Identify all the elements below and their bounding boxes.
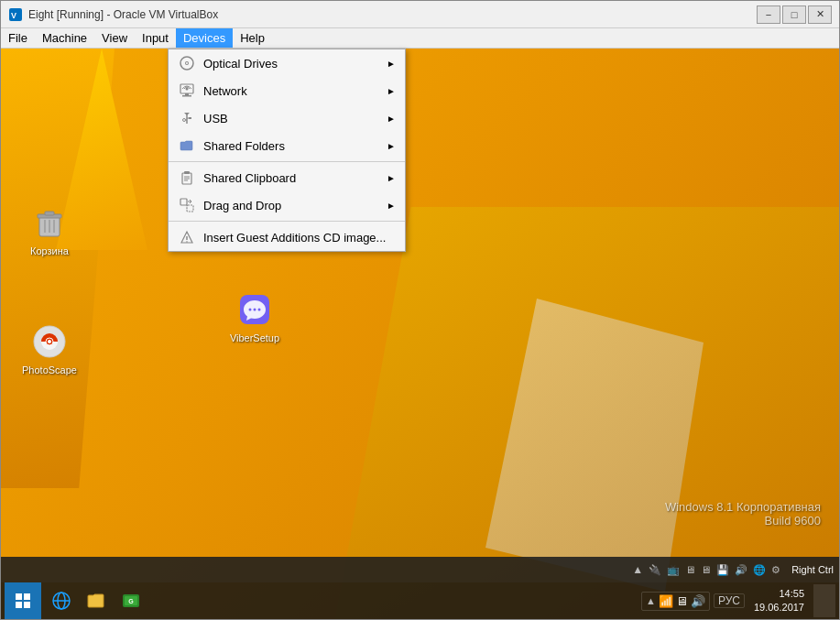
svg-point-35	[254, 309, 256, 311]
virtualbox-window: V Eight [Running] - Oracle VM VirtualBox…	[0, 0, 840, 620]
date-display: 19.06.2017	[754, 601, 804, 615]
svg-rect-37	[16, 593, 22, 600]
svg-rect-26	[45, 212, 54, 215]
svg-point-4	[186, 62, 188, 64]
menu-view[interactable]: View	[94, 28, 135, 48]
status-icon-9: ⚙	[771, 564, 780, 576]
tray-icon-up[interactable]: ▲	[646, 595, 656, 606]
status-icons-right: ▲ 🔌 📺 🖥 🖥 💾 🔊 🌐 ⚙ Right Ctrl	[632, 563, 834, 576]
svg-rect-11	[189, 117, 191, 119]
desktop[interactable]: Корзина PhotoScape	[1, 49, 839, 619]
menu-file[interactable]: File	[1, 28, 35, 48]
menu-bar: File Machine View Input Devices Help Opt…	[1, 28, 839, 49]
menu-shared-folders[interactable]: Shared Folders ►	[169, 132, 405, 159]
app-icon: V	[8, 7, 23, 22]
drag-drop-arrow: ►	[387, 201, 396, 211]
status-icon-4: 🖥	[685, 564, 695, 575]
menu-optical-drives[interactable]: Optical Drives ►	[169, 49, 405, 77]
trash-icon-img	[31, 204, 68, 241]
maximize-button[interactable]: □	[782, 5, 806, 24]
language-indicator[interactable]: РУС	[714, 593, 745, 608]
viber-label: ViberSetup	[227, 332, 282, 345]
network-label: Network	[203, 84, 387, 98]
svg-rect-38	[24, 593, 30, 600]
photoscape-icon-img	[31, 323, 68, 360]
menu-drag-drop[interactable]: Drag and Drop ►	[169, 191, 405, 219]
desktop-container: Корзина PhotoScape	[1, 49, 839, 619]
svg-text:G: G	[128, 598, 134, 604]
menu-network[interactable]: Network ►	[169, 77, 405, 104]
status-icon-6: 💾	[716, 564, 729, 576]
optical-drives-arrow: ►	[387, 59, 396, 69]
minimize-button[interactable]: −	[757, 5, 780, 24]
svg-text:V: V	[11, 11, 16, 20]
status-icon-8: 🌐	[753, 564, 766, 576]
svg-rect-20	[180, 199, 187, 205]
svg-point-34	[249, 309, 252, 311]
svg-rect-6	[185, 93, 189, 95]
desktop-icon-trash[interactable]: Корзина	[17, 204, 82, 258]
show-desktop-button[interactable]	[813, 584, 835, 617]
window-title: Eight [Running] - Oracle VM VirtualBox	[28, 8, 757, 21]
tray-network-icon: 📶	[659, 594, 673, 608]
usb-label: USB	[203, 112, 387, 125]
menu-guest-additions[interactable]: Insert Guest Additions CD image...	[169, 223, 405, 251]
guest-additions-icon	[178, 228, 196, 246]
time-display: 14:55	[754, 587, 804, 601]
clock[interactable]: 14:55 19.06.2017	[748, 587, 810, 615]
shared-folders-label: Shared Folders	[203, 139, 387, 153]
desktop-icon-viber[interactable]: ViberSetup	[223, 291, 287, 345]
start-button[interactable]	[5, 582, 41, 619]
svg-point-12	[183, 119, 186, 122]
network-arrow: ►	[387, 86, 396, 96]
menu-shared-clipboard[interactable]: Shared Clipboard ►	[169, 164, 405, 191]
svg-rect-40	[24, 602, 30, 608]
window-controls: − □ ✕	[757, 5, 832, 24]
status-icon-3: 📺	[667, 564, 680, 576]
svg-rect-7	[182, 95, 191, 97]
drag-drop-icon	[178, 196, 196, 214]
taskbar-right: ▲ 📶 🖥 🔊 РУС 14:55 19.06.2017	[641, 584, 835, 617]
guest-additions-label: Insert Guest Additions CD image...	[203, 231, 396, 245]
taskbar-pinned-icons: G	[45, 584, 147, 617]
svg-rect-21	[187, 205, 193, 212]
status-icon-5: 🖥	[701, 564, 711, 575]
status-icon-7: 🔊	[735, 564, 747, 576]
optical-drives-icon	[178, 54, 196, 72]
svg-marker-10	[184, 113, 190, 115]
trash-label: Корзина	[27, 245, 71, 258]
vbox-status-bar: ▲ 🔌 📺 🖥 🖥 💾 🔊 🌐 ⚙ Right Ctrl	[1, 557, 839, 582]
tray-volume-icon: 🔊	[691, 594, 705, 608]
viber-icon-img	[236, 291, 273, 328]
separator-1	[169, 161, 405, 162]
drag-drop-label: Drag and Drop	[203, 199, 387, 212]
taskbar-ie-icon[interactable]	[45, 584, 78, 617]
shared-clipboard-arrow: ►	[387, 173, 396, 183]
title-bar: V Eight [Running] - Oracle VM VirtualBox…	[1, 1, 839, 28]
desktop-icon-photoscape[interactable]: PhotoScape	[17, 323, 82, 377]
network-icon	[178, 82, 196, 100]
menu-help[interactable]: Help	[233, 28, 272, 48]
photoscape-label: PhotoScape	[19, 364, 80, 377]
taskbar-explorer-icon[interactable]	[80, 584, 113, 617]
svg-point-32	[48, 340, 51, 343]
system-tray: ▲ 📶 🖥 🔊	[641, 592, 710, 611]
optical-drives-label: Optical Drives	[203, 57, 387, 71]
separator-2	[169, 221, 405, 222]
svg-rect-39	[16, 602, 22, 608]
shared-folders-arrow: ►	[387, 141, 396, 151]
usb-arrow: ►	[387, 114, 396, 124]
status-icon-1: ▲	[632, 563, 643, 576]
menu-devices[interactable]: Devices	[176, 28, 233, 48]
tray-monitor-icon: 🖥	[676, 594, 688, 608]
devices-dropdown: Optical Drives ► Network ►	[168, 49, 406, 252]
menu-usb[interactable]: USB ►	[169, 104, 405, 132]
menu-machine[interactable]: Machine	[35, 28, 94, 48]
svg-point-8	[186, 88, 189, 91]
taskbar-green-icon[interactable]: G	[115, 584, 147, 617]
menu-input[interactable]: Input	[135, 28, 176, 48]
shared-clipboard-icon	[178, 169, 196, 187]
close-button[interactable]: ✕	[808, 5, 832, 24]
shared-folders-icon	[178, 136, 196, 155]
shared-clipboard-label: Shared Clipboard	[203, 171, 387, 185]
